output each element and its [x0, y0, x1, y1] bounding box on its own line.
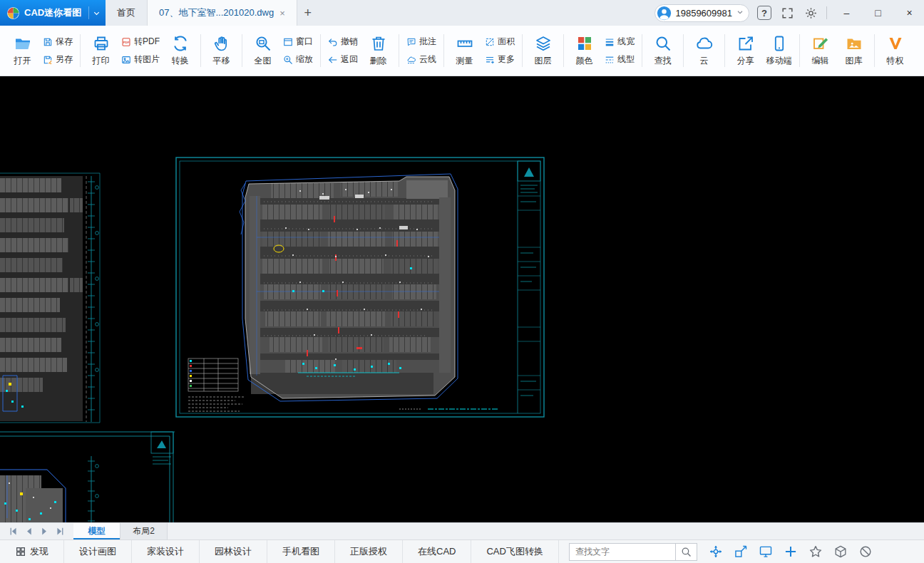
toolbar-button-label: 转换: [172, 55, 189, 67]
toolbar-divider: [80, 34, 81, 67]
fullscreen-icon[interactable]: [779, 5, 795, 21]
app-menu-button[interactable]: CAD迷你看图: [0, 0, 106, 26]
status-item-label: 家装设计: [147, 545, 184, 558]
toolbar-undo-button[interactable]: 撤销: [328, 36, 358, 48]
move-icon[interactable]: [709, 544, 723, 559]
sheet-nav: [0, 523, 73, 539]
toolbar-back-button[interactable]: 返回: [328, 53, 358, 66]
toolbar-fit-button[interactable]: 全图: [246, 26, 279, 76]
toolbar-image-button[interactable]: 转图片: [121, 53, 160, 66]
toolbar-divider: [799, 34, 800, 67]
prev-sheet-icon[interactable]: [24, 527, 34, 536]
status-item-5[interactable]: 正版授权: [335, 540, 403, 563]
close-tab-icon[interactable]: ×: [279, 9, 285, 18]
toolbar-save-button[interactable]: 保存: [43, 36, 73, 48]
tab-document-active[interactable]: 07、地下室智...201020.dwg×: [148, 0, 297, 26]
toolbar-cloud-button[interactable]: 云: [687, 26, 721, 76]
search-button[interactable]: [676, 543, 697, 561]
cad-canvas[interactable]: [0, 76, 924, 522]
toolbar-layers-button[interactable]: 图层: [526, 26, 560, 76]
toolbar-button-label: 更多: [498, 53, 515, 66]
toolbar-color-button[interactable]: 颜色: [568, 26, 601, 76]
toolbar-more-button[interactable]: 更多: [485, 53, 515, 66]
last-sheet-icon[interactable]: [56, 527, 65, 536]
folder-open-icon: [14, 35, 31, 52]
toolbar-save-as-button[interactable]: 另存: [43, 53, 73, 66]
close-button[interactable]: ×: [898, 0, 921, 26]
toolbar-group: 测量面积更多: [446, 26, 520, 76]
account-pill[interactable]: 19859609981: [654, 4, 749, 22]
toolbar-area-button[interactable]: 面积: [485, 36, 515, 48]
minimize-button[interactable]: –: [835, 0, 858, 26]
toolbar-annotate-button[interactable]: 批注: [406, 36, 436, 48]
toolbar-cloudline-button[interactable]: 云线: [406, 53, 436, 66]
status-item-2[interactable]: 家装设计: [132, 540, 200, 563]
first-sheet-icon[interactable]: [9, 527, 18, 536]
maximize-button[interactable]: □: [866, 0, 890, 26]
linewidth-icon: [605, 37, 615, 47]
status-item-6[interactable]: 在线CAD: [403, 540, 471, 563]
toolbar-pan-button[interactable]: 平移: [205, 26, 238, 76]
toolbar-group: 云: [686, 26, 722, 76]
next-sheet-icon[interactable]: [40, 527, 49, 536]
status-item-4[interactable]: 手机看图: [267, 540, 335, 563]
display-icon[interactable]: [759, 544, 773, 559]
toolbar-group: 特权: [877, 26, 913, 76]
crosshair-icon[interactable]: [784, 544, 798, 559]
toolbar-linetype-button[interactable]: 线型: [605, 53, 635, 66]
snap-icon[interactable]: [734, 544, 748, 559]
toolbar: 打开保存另存打印PDF转PDF转图片转换平移全图窗口缩放撤销返回删除批注云线测量…: [0, 26, 924, 76]
zoom-icon: [283, 55, 293, 65]
gear-icon[interactable]: [803, 5, 818, 21]
find-icon: [654, 35, 672, 52]
toolbar-button-label: 图层: [535, 55, 552, 67]
toolbar-pdf-button[interactable]: PDF转PDF: [121, 36, 160, 48]
toolbar-convert-button[interactable]: 转换: [163, 26, 197, 76]
toolbar-share-button[interactable]: 分享: [729, 26, 762, 76]
help-button[interactable]: ?: [757, 6, 771, 20]
sheet-tab-model[interactable]: 模型: [73, 523, 120, 539]
search-input[interactable]: [569, 543, 676, 561]
toolbar-window-button[interactable]: 窗口: [283, 36, 313, 48]
toolbar-group: 颜色线宽线型: [566, 26, 640, 76]
toolbar-trash-button[interactable]: 删除: [361, 26, 395, 76]
toolbar-stack: 线宽线型: [601, 26, 638, 76]
account-number: 19859609981: [675, 8, 732, 19]
status-item-7[interactable]: CAD飞图转换: [471, 540, 558, 563]
chevron-down-icon[interactable]: [88, 6, 101, 19]
toolbar-gallery-button[interactable]: 图库: [837, 26, 871, 76]
toolbar-group: 编辑图库: [802, 26, 872, 76]
save-icon: [43, 37, 53, 47]
vip-icon: [887, 35, 904, 52]
toolbar-button-label: 线型: [617, 53, 635, 66]
toolbar-vip-button[interactable]: 特权: [878, 26, 912, 76]
toolbar-divider: [724, 34, 725, 67]
status-item-label: 发现: [30, 545, 48, 558]
pan-icon: [213, 35, 230, 52]
star-icon[interactable]: [808, 544, 823, 559]
titlebar-right: 19859609981 ? – □ ×: [654, 0, 924, 26]
status-item-1[interactable]: 设计画图: [64, 540, 132, 563]
status-item-3[interactable]: 园林设计: [200, 540, 267, 563]
toolbar-group: 平移: [203, 26, 240, 76]
status-right-icons: [709, 544, 881, 559]
tab-home[interactable]: 首页: [106, 0, 148, 26]
sheet-tab-layout[interactable]: 布局2: [120, 523, 168, 539]
toolbar-edit-button[interactable]: 编辑: [804, 26, 837, 76]
toolbar-find-button[interactable]: 查找: [646, 26, 679, 76]
more-icon: [485, 55, 495, 65]
toolbar-linewidth-button[interactable]: 线宽: [605, 36, 635, 48]
toolbar-zoom-button[interactable]: 缩放: [283, 53, 313, 66]
clean-icon[interactable]: [858, 544, 873, 559]
account-chevron-icon: [736, 8, 744, 19]
toolbar-printer-button[interactable]: 打印: [84, 26, 118, 76]
toolbar-divider: [242, 34, 242, 67]
svg-text:PDF: PDF: [123, 41, 130, 44]
new-tab-button[interactable]: +: [297, 0, 319, 26]
toolbar-button-label: 打开: [14, 55, 31, 67]
toolbar-mobile-button[interactable]: 移动端: [762, 26, 796, 76]
toolbar-folder-open-button[interactable]: 打开: [6, 26, 39, 76]
status-item-0[interactable]: 发现: [0, 540, 64, 563]
toolbar-measure-button[interactable]: 测量: [448, 26, 481, 76]
cube-icon[interactable]: [833, 544, 848, 559]
